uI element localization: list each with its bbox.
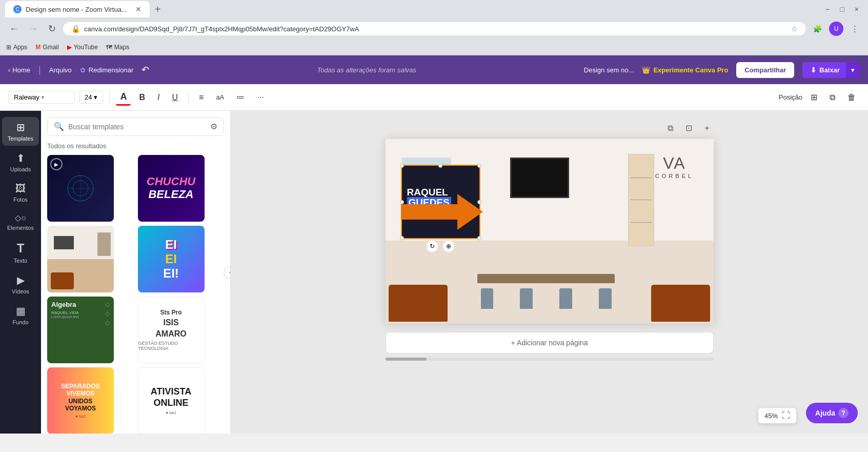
sidebar-item-uploads[interactable]: ⬆ Uploads <box>2 148 39 176</box>
template-ativista[interactable]: ATIVISTAONLINE ● tat2 <box>138 367 205 434</box>
bookmark-gmail[interactable]: M Gmail <box>35 44 58 51</box>
grid-view-button[interactable]: ⊞ <box>806 90 821 104</box>
sidebar-templates-label: Templates <box>8 135 33 142</box>
maximize-button[interactable]: □ <box>837 4 847 14</box>
canvas-container[interactable]: VA CORBEL <box>386 139 714 324</box>
case-button[interactable]: aA <box>212 91 228 103</box>
address-bar[interactable]: 🔒 canva.com/design/DAD9Sqd_Pj8/7J7I_gT4s… <box>63 22 806 35</box>
font-size-value: 24 <box>85 93 92 101</box>
sidebar-item-fotos[interactable]: 🖼 Fotos <box>2 179 39 207</box>
new-tab-button[interactable]: + <box>150 2 166 17</box>
bookmark-youtube[interactable]: ▶ YouTube <box>67 44 98 51</box>
share-button[interactable]: Compartilhar <box>736 62 794 78</box>
more-options-button[interactable]: ··· <box>253 91 268 104</box>
handle-bottom-right[interactable] <box>477 236 481 240</box>
template-separados[interactable]: SEPARADOSVIVEMOS UNIDOSVOYAMOS ● tat2 <box>47 367 114 434</box>
help-icon: ? <box>838 408 849 418</box>
sidebar-item-videos[interactable]: ▶ Vídeos <box>2 270 39 299</box>
video-play-icon: ▶ <box>50 158 63 170</box>
bookmark-apps[interactable]: ⊞ Apps <box>6 44 27 51</box>
text-icon: T <box>17 241 25 256</box>
bold-button[interactable]: B <box>135 91 149 104</box>
section-title: Todos os resultados <box>47 142 224 150</box>
star-icon[interactable]: ☆ <box>791 25 798 33</box>
grid-icon: ⊞ <box>811 93 817 102</box>
download-button[interactable]: ⬇ Baixar <box>802 62 848 78</box>
back-button[interactable]: ← <box>6 23 22 35</box>
scrollbar-thumb[interactable] <box>386 358 427 361</box>
search-bar[interactable]: 🔍 ⚙ <box>47 117 224 136</box>
layer-button[interactable]: ⧉ <box>825 91 839 104</box>
extensions-button[interactable]: 🧩 <box>810 24 825 34</box>
copy-icon-button[interactable]: ⊡ <box>681 121 696 135</box>
sidebar-item-fundo[interactable]: ▦ Fundo <box>2 301 39 329</box>
handle-top-middle[interactable] <box>438 164 442 168</box>
sidebar-item-elementos[interactable]: ◇○ Elementos <box>2 209 39 235</box>
align-button[interactable]: ≡ <box>195 91 208 104</box>
download-icon: ⬇ <box>811 66 816 74</box>
help-button[interactable]: Ajuda ? <box>806 403 858 423</box>
interior-tv <box>54 236 74 249</box>
rotate-button[interactable]: ↻ <box>426 240 438 252</box>
template-algebra[interactable]: Algebra RAQUEL VIDA Lorem ipsum text ◇ ◇… <box>47 297 114 363</box>
sidebar-item-texto[interactable]: T Texto <box>2 237 39 268</box>
duplicate-icon-button[interactable]: ⧉ <box>663 121 677 135</box>
handle-top-left[interactable] <box>400 164 404 168</box>
arrow-svg <box>401 191 483 232</box>
search-input[interactable] <box>68 123 206 131</box>
office-shelf-right <box>628 154 654 246</box>
sidebar-item-templates[interactable]: ⊞ Templates <box>2 117 39 146</box>
menu-button[interactable]: ⋮ <box>847 23 862 35</box>
template-interior1[interactable] <box>47 226 114 292</box>
text-color-button[interactable]: A <box>116 89 131 106</box>
handle-bottom-left[interactable] <box>400 236 404 240</box>
template-tech[interactable]: ▶ <box>47 155 114 222</box>
zoom-controls: 45% ⛶ <box>758 408 796 423</box>
isis-subtitle: Sts Pro <box>160 309 181 316</box>
sofa-right <box>651 285 710 322</box>
add-element-button[interactable]: + <box>700 121 713 135</box>
delete-button[interactable]: 🗑 <box>843 91 860 104</box>
filter-button[interactable]: ⚙ <box>210 122 217 131</box>
underline-button[interactable]: U <box>168 91 182 104</box>
position-button[interactable]: Posição <box>779 93 802 101</box>
panel-collapse-button[interactable]: ‹ <box>224 266 231 279</box>
expand-button[interactable]: ⛶ <box>782 411 790 420</box>
download-more-button[interactable]: ▾ <box>846 62 860 78</box>
font-size-selector[interactable]: 24 ▾ <box>79 91 103 104</box>
chevron-left-icon: ‹ <box>8 66 10 74</box>
canvas-area[interactable]: ⧉ ⊡ + VA CORBEL <box>231 111 868 434</box>
bookmark-maps[interactable]: 🗺 Maps <box>106 44 129 51</box>
active-tab[interactable]: C Design sem nome - Zoom Virtua... ✕ <box>5 1 150 17</box>
canva-app: ‹ Home | Arquivo ✿ Redimensionar ↶ Todas… <box>0 55 868 434</box>
add-page-button[interactable]: + Adicionar nova página <box>386 332 714 353</box>
arquivo-button[interactable]: Arquivo <box>49 66 72 74</box>
home-button[interactable]: ‹ Home <box>8 66 30 74</box>
redimensionar-button[interactable]: ✿ Redimensionar <box>80 66 133 74</box>
tech-svg <box>60 170 101 206</box>
canvas-scrollbar[interactable] <box>386 358 714 361</box>
forward-button[interactable]: → <box>26 23 41 35</box>
list-button[interactable]: ≔ <box>232 90 249 104</box>
template-beleza[interactable]: CHUCHU BELEZA <box>138 155 205 222</box>
try-pro-button[interactable]: 👑 Experimente Canva Pro <box>642 66 728 74</box>
list-icon: ≔ <box>236 93 245 102</box>
close-button[interactable]: × <box>852 4 862 14</box>
reload-button[interactable]: ↻ <box>45 22 59 35</box>
tab-close-button[interactable]: ✕ <box>135 5 142 13</box>
font-selector[interactable]: Raleway ▾ <box>8 91 75 104</box>
undo-button[interactable]: ↶ <box>142 64 149 75</box>
chair-3 <box>559 288 572 309</box>
template-isis[interactable]: Sts Pro ISIS AMARO GESTÃO ESTUDO TECNOLO… <box>138 297 205 363</box>
shelf-2 <box>631 200 652 200</box>
template-colorful[interactable]: EI EI EI! <box>138 226 205 292</box>
move-button[interactable]: ⊕ <box>442 240 455 252</box>
handle-top-right[interactable] <box>477 164 481 168</box>
chair-2 <box>520 288 533 309</box>
minimize-button[interactable]: − <box>822 4 833 14</box>
interior-shelf <box>97 232 111 256</box>
user-avatar-button[interactable]: U <box>829 22 843 36</box>
design-title[interactable]: Design sem no... <box>584 66 634 74</box>
case-icon: aA <box>216 93 224 101</box>
italic-button[interactable]: I <box>153 91 164 104</box>
